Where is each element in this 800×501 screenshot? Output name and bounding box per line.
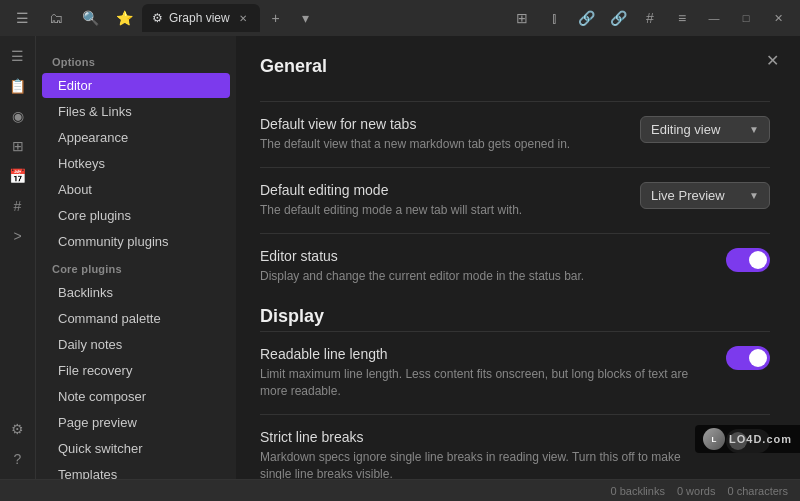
add-tab-button[interactable]: + <box>262 4 290 32</box>
publish-icon[interactable]: 🔗 <box>604 4 632 32</box>
hash-icon[interactable]: # <box>636 4 664 32</box>
search-nav-icon[interactable]: 🔍 <box>76 4 104 32</box>
tab-label: Graph view <box>169 11 230 25</box>
titlebar-left: ☰ 🗂 🔍 ⭐ <box>8 4 138 32</box>
settings-close-button[interactable]: ✕ <box>760 48 784 72</box>
icon-sidebar: ☰ 📋 ◉ ⊞ 📅 # > ⚙ ? <box>0 36 36 479</box>
setting-name-default-view: Default view for new tabs <box>260 116 624 132</box>
sidebar-item-quick-switcher[interactable]: Quick switcher <box>42 436 230 461</box>
sidebar-terminal-icon[interactable]: > <box>4 222 32 250</box>
titlebar-right: ⊞ ⫿ 🔗 🔗 # ≡ — □ ✕ <box>508 4 792 32</box>
dropdown-arrow-icon: ▼ <box>749 124 759 135</box>
setting-control-editor-status[interactable] <box>726 248 770 272</box>
setting-control-readable-line[interactable] <box>726 346 770 370</box>
sidebar-item-daily-notes[interactable]: Daily notes <box>42 332 230 357</box>
setting-name-strict-breaks: Strict line breaks <box>260 429 710 445</box>
setting-row-default-view: Default view for new tabs The default vi… <box>260 101 770 167</box>
toggle-knob-2 <box>749 349 767 367</box>
watermark-text: LO4D.com <box>729 433 792 445</box>
setting-desc-readable-line: Limit maximum line length. Less content … <box>260 366 710 400</box>
dropdown-arrow-2-icon: ▼ <box>749 190 759 201</box>
sidebar-calendar-icon[interactable]: 📅 <box>4 162 32 190</box>
setting-info-editing-mode: Default editing mode The default editing… <box>260 182 624 219</box>
setting-name-editor-status: Editor status <box>260 248 710 264</box>
sidebar-settings-icon[interactable]: ⚙ <box>4 415 32 443</box>
maximize-button[interactable]: □ <box>732 8 760 28</box>
setting-desc-editor-status: Display and change the current editor mo… <box>260 268 710 285</box>
options-section-label: Options <box>36 48 236 72</box>
nav-sidebar: Options Editor Files & Links Appearance … <box>36 36 236 479</box>
sidebar-menu-icon[interactable]: ☰ <box>4 42 32 70</box>
editing-mode-dropdown[interactable]: Live Preview ▼ <box>640 182 770 209</box>
display-heading: Display <box>260 306 770 327</box>
default-view-dropdown[interactable]: Editing view ▼ <box>640 116 770 143</box>
sidebar-tag-icon[interactable]: # <box>4 192 32 220</box>
sidebar-item-templates[interactable]: Templates <box>42 462 230 479</box>
setting-row-editing-mode: Default editing mode The default editing… <box>260 167 770 233</box>
editing-mode-value: Live Preview <box>651 188 725 203</box>
setting-desc-editing-mode: The default editing mode a new tab will … <box>260 202 624 219</box>
sidebar-item-backlinks[interactable]: Backlinks <box>42 280 230 305</box>
sidebar-toggle-icon[interactable]: ☰ <box>8 4 36 32</box>
setting-row-readable-line: Readable line length Limit maximum line … <box>260 331 770 414</box>
watermark-logo: L <box>703 428 725 450</box>
sidebar-item-file-recovery[interactable]: File recovery <box>42 358 230 383</box>
star-nav-icon[interactable]: ⭐ <box>110 4 138 32</box>
setting-control-default-view: Editing view ▼ <box>640 116 770 143</box>
titlebar: ☰ 🗂 🔍 ⭐ ⚙ Graph view ✕ + ▾ ⊞ ⫿ 🔗 🔗 # ≡ —… <box>0 0 800 36</box>
sidebar-item-hotkeys[interactable]: Hotkeys <box>42 151 230 176</box>
sidebar-item-appearance[interactable]: Appearance <box>42 125 230 150</box>
toggle-knob <box>749 251 767 269</box>
tab-graph-view[interactable]: ⚙ Graph view ✕ <box>142 4 260 32</box>
split-icon[interactable]: ⫿ <box>540 4 568 32</box>
sidebar-item-community-plugins[interactable]: Community plugins <box>42 229 230 254</box>
core-plugins-section-label: Core plugins <box>36 255 236 279</box>
sidebar-item-editor[interactable]: Editor <box>42 73 230 98</box>
setting-info-readable-line: Readable line length Limit maximum line … <box>260 346 710 400</box>
sidebar-files-icon[interactable]: 📋 <box>4 72 32 100</box>
tab-close-icon[interactable]: ✕ <box>236 11 250 25</box>
status-characters: 0 characters <box>727 485 788 497</box>
general-heading: General <box>260 56 770 85</box>
setting-desc-default-view: The default view that a new markdown tab… <box>260 136 624 153</box>
readable-line-toggle[interactable] <box>726 346 770 370</box>
tab-bar: ⚙ Graph view ✕ + ▾ <box>142 4 504 32</box>
sidebar-item-about[interactable]: About <box>42 177 230 202</box>
settings-inner: General Default view for new tabs The de… <box>236 36 800 479</box>
status-words: 0 words <box>677 485 716 497</box>
app-body: ☰ 📋 ◉ ⊞ 📅 # > ⚙ ? Options Editor Files &… <box>0 36 800 479</box>
minimize-button[interactable]: — <box>700 8 728 28</box>
tab-dropdown-icon[interactable]: ▾ <box>292 4 320 32</box>
setting-control-editing-mode: Live Preview ▼ <box>640 182 770 209</box>
close-button[interactable]: ✕ <box>764 8 792 28</box>
default-view-value: Editing view <box>651 122 720 137</box>
sidebar-item-note-composer[interactable]: Note composer <box>42 384 230 409</box>
sidebar-item-page-preview[interactable]: Page preview <box>42 410 230 435</box>
status-backlinks: 0 backlinks <box>611 485 665 497</box>
graph-link-icon[interactable]: 🔗 <box>572 4 600 32</box>
sidebar-blocks-icon[interactable]: ⊞ <box>4 132 32 160</box>
sidebar-item-files-links[interactable]: Files & Links <box>42 99 230 124</box>
setting-info-default-view: Default view for new tabs The default vi… <box>260 116 624 153</box>
setting-info-editor-status: Editor status Display and change the cur… <box>260 248 710 285</box>
layout-icon[interactable]: ⊞ <box>508 4 536 32</box>
status-bar: 0 backlinks 0 words 0 characters <box>0 479 800 501</box>
setting-desc-strict-breaks: Markdown specs ignore single line breaks… <box>260 449 710 479</box>
sidebar-item-core-plugins[interactable]: Core plugins <box>42 203 230 228</box>
editor-status-toggle[interactable] <box>726 248 770 272</box>
watermark: L LO4D.com <box>695 425 800 453</box>
settings-content: ✕ General Default view for new tabs The … <box>236 36 800 479</box>
tab-icon: ⚙ <box>152 11 163 25</box>
setting-name-editing-mode: Default editing mode <box>260 182 624 198</box>
setting-name-readable-line: Readable line length <box>260 346 710 362</box>
setting-row-editor-status: Editor status Display and change the cur… <box>260 233 770 299</box>
setting-info-strict-breaks: Strict line breaks Markdown specs ignore… <box>260 429 710 479</box>
files-nav-icon[interactable]: 🗂 <box>42 4 70 32</box>
setting-row-strict-breaks: Strict line breaks Markdown specs ignore… <box>260 414 770 479</box>
menu-nav-icon[interactable]: ≡ <box>668 4 696 32</box>
sidebar-graph-icon[interactable]: ◉ <box>4 102 32 130</box>
sidebar-item-command-palette[interactable]: Command palette <box>42 306 230 331</box>
sidebar-help-icon[interactable]: ? <box>4 445 32 473</box>
